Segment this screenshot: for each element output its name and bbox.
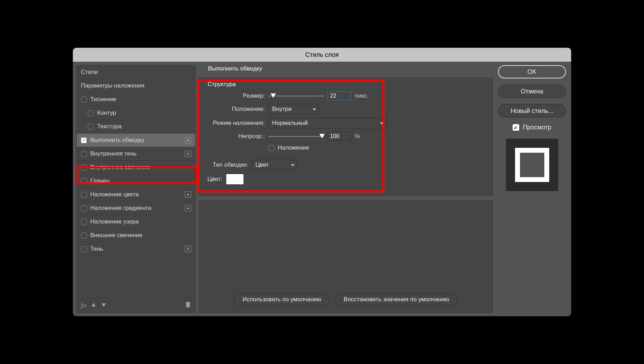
sidebar-item-label: Наложение узора [90,218,139,225]
sidebar-item-drop-shadow[interactable]: Тень + [77,242,195,256]
trash-icon[interactable] [185,301,191,310]
fill-type-select[interactable]: Цвет [252,160,298,170]
blend-mode-select[interactable]: Нормальный [268,118,387,128]
dialog-body: Стили Параметры наложения Тиснение Конту… [73,62,571,316]
opacity-input[interactable] [328,132,351,141]
checkbox-icon[interactable] [81,97,87,103]
sidebar-header-blending[interactable]: Параметры наложения [77,79,195,93]
make-default-button[interactable]: Использовать по умолчанию [234,294,330,305]
position-select[interactable]: Внутри [268,104,319,114]
opacity-slider[interactable] [268,133,324,139]
blend-mode-label: Режим наложения: [206,120,265,127]
sidebar-item-label: Глянец [90,177,110,184]
sidebar-item-color-overlay[interactable]: Наложение цвета + [77,188,195,202]
sidebar-item-satin[interactable]: Глянец [77,174,195,188]
checkbox-icon[interactable] [81,151,87,157]
overprint-row: Наложение [206,144,485,151]
fill-type-label: Тип обводки: [206,161,248,168]
defaults-panel: Использовать по умолчанию Восстановить з… [199,200,493,313]
cancel-button[interactable]: Отмена [498,85,566,98]
fill-type-row: Тип обводки: Цвет [206,160,485,170]
add-effect-icon[interactable]: + [185,246,191,252]
position-value: Внутри [272,106,292,113]
checkbox-icon[interactable] [88,110,94,116]
reset-default-button[interactable]: Восстановить значения по умолчанию [335,294,458,305]
checkbox-icon[interactable] [81,165,87,170]
color-swatch[interactable] [226,174,244,185]
structure-panel: Структура Размер: пикс. Положение: Внутр… [199,78,493,196]
sidebar-item-label: Наложение цвета [90,191,139,198]
preview-shape [515,148,549,182]
sidebar-item-stroke[interactable]: ✓ Выполнить обводку + [77,134,195,147]
checkbox-icon[interactable] [81,192,87,198]
add-effect-icon[interactable]: + [185,137,191,143]
sidebar-header-styles-label: Стили [81,69,98,76]
blend-mode-value: Нормальный [272,120,308,127]
checkbox-icon[interactable] [81,233,87,238]
move-up-icon[interactable] [91,302,96,309]
checkbox-icon[interactable] [88,124,94,130]
move-down-icon[interactable] [101,302,106,309]
layer-style-dialog: Стиль слоя Стили Параметры наложения Тис… [73,48,571,316]
section-title: Выполнить обводку [208,65,493,72]
sidebar-item-label: Наложение градиента [90,205,151,212]
styles-sidebar: Стили Параметры наложения Тиснение Конту… [76,65,196,313]
opacity-unit: % [355,133,360,140]
size-input[interactable] [328,91,351,100]
color-label: Цвет: [206,176,222,183]
fill-type-value: Цвет [255,161,269,168]
sidebar-item-contour[interactable]: Контур [77,106,195,120]
sidebar-item-label: Внутренняя тень [90,150,137,157]
sidebar-footer: fx▾ [77,298,195,312]
checkbox-icon[interactable] [81,178,87,184]
overprint-checkbox[interactable] [268,145,274,151]
sidebar-item-label: Контур [97,109,116,116]
ok-button[interactable]: OK [498,65,566,78]
size-row: Размер: пикс. [206,91,485,100]
color-row: Цвет: [206,174,485,185]
action-panel: OK Отмена Новый стиль... ✓ Просмотр [496,65,568,313]
sidebar-item-bevel[interactable]: Тиснение [77,93,195,106]
sidebar-item-label: Текстура [97,123,122,130]
sidebar-header-styles[interactable]: Стили [77,66,195,79]
sidebar-item-label: Тиснение [90,96,116,103]
overprint-label: Наложение [278,144,309,151]
sidebar-item-pattern-overlay[interactable]: Наложение узора [77,215,195,229]
add-effect-icon[interactable]: + [185,191,191,198]
sidebar-item-texture[interactable]: Текстура [77,120,195,134]
sidebar-header-blending-label: Параметры наложения [81,82,144,89]
size-unit: пикс. [355,92,369,99]
position-label: Положение: [206,106,265,113]
preview-checkbox[interactable]: ✓ [513,124,519,131]
dialog-title: Стиль слоя [73,48,571,62]
preview-thumbnail [506,139,558,191]
add-effect-icon[interactable]: + [185,151,191,157]
dialog-title-text: Стиль слоя [305,51,339,59]
sidebar-item-label: Внутреннее свечение [90,164,150,171]
size-slider[interactable] [268,93,324,99]
checkbox-icon[interactable] [81,246,87,252]
structure-title: Структура [208,81,485,88]
checkbox-icon[interactable]: ✓ [81,137,87,143]
new-style-button[interactable]: Новый стиль... [498,104,566,117]
checkbox-icon[interactable] [81,219,87,225]
sidebar-item-inner-shadow[interactable]: Внутренняя тень + [77,147,195,161]
sidebar-item-label: Внешнее свечение [90,232,143,239]
opacity-label: Непрозр.: [206,133,265,140]
checkbox-icon[interactable] [81,205,87,211]
position-row: Положение: Внутри [206,104,485,114]
sidebar-item-label: Тень [90,245,103,252]
preview-toggle-row: ✓ Просмотр [496,124,568,131]
blend-mode-row: Режим наложения: Нормальный [206,118,485,128]
add-effect-icon[interactable]: + [185,205,191,211]
sidebar-item-outer-glow[interactable]: Внешнее свечение [77,229,195,242]
size-label: Размер: [206,92,265,99]
sidebar-item-label: Выполнить обводку [90,137,144,144]
settings-panel: Выполнить обводку Структура Размер: пикс… [199,65,493,313]
fx-menu-icon[interactable]: fx▾ [81,302,86,309]
opacity-row: Непрозр.: % [206,132,485,141]
preview-label: Просмотр [523,124,551,131]
sidebar-item-gradient-overlay[interactable]: Наложение градиента + [77,202,195,215]
sidebar-item-inner-glow[interactable]: Внутреннее свечение [77,161,195,174]
